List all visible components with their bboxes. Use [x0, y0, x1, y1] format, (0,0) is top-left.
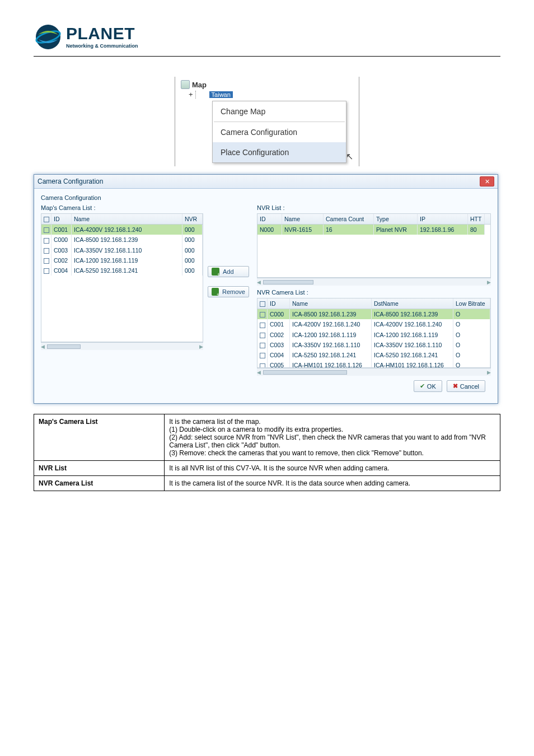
- nvr-scrollbar-x[interactable]: ◀▶: [257, 278, 491, 286]
- cell-id: C000: [268, 309, 290, 319]
- table-row[interactable]: N000NVR-161516Planet NVR192.168.1.9680: [257, 225, 490, 235]
- cell-dstname: ICA-3350V 192.168.1.110: [372, 340, 453, 350]
- table-row[interactable]: C001ICA-4200V 192.168.1.240ICA-4200V 192…: [257, 319, 490, 329]
- close-icon: ✖: [453, 382, 458, 390]
- col-dstname: DstName: [372, 298, 453, 309]
- cell-id: C001: [268, 319, 290, 329]
- dialog-title: Camera Configuration: [38, 178, 103, 185]
- cell-name: ICA-5250 192.168.1.241: [290, 350, 372, 360]
- row-checkbox[interactable]: [260, 323, 265, 328]
- cell-low-bitrate: O: [453, 350, 490, 360]
- map-icon: [181, 80, 190, 89]
- cell-dstname: ICA-HM101 192.168.1.126: [372, 360, 453, 368]
- cell-name: ICA-3350V 192.168.1.110: [72, 245, 182, 255]
- maps-scrollbar-x[interactable]: ◀▶: [41, 342, 203, 350]
- nvr-list[interactable]: ID Name Camera Count Type IP HTT N000NVR…: [257, 213, 491, 278]
- nvr-camera-list[interactable]: ID Name DstName Low Bitrate C000ICA-8500…: [257, 298, 491, 368]
- cell-id: C003: [268, 340, 290, 350]
- table-row[interactable]: C002ICA-1200 192.168.1.119000: [41, 255, 203, 265]
- nvrcam-scrollbar-x[interactable]: ◀▶: [257, 368, 491, 376]
- cell-nvr: 000: [182, 255, 203, 265]
- cell-nvr: 000: [182, 235, 203, 245]
- camera-config-dialog: Camera Configuration ✕ Camera Configurat…: [34, 174, 498, 404]
- table-row[interactable]: C001ICA-4200V 192.168.1.240000: [41, 225, 203, 235]
- header-divider: [34, 56, 500, 57]
- cell-low-bitrate: O: [453, 319, 490, 329]
- check-icon: ✔: [420, 382, 425, 390]
- description-table: Map's Camera ListIt is the camera list o…: [34, 414, 500, 491]
- cell-name: ICA-3350V 192.168.1.110: [290, 340, 372, 350]
- col-type: Type: [374, 214, 418, 224]
- table-row[interactable]: C003ICA-3350V 192.168.1.110ICA-3350V 192…: [257, 340, 490, 350]
- ctx-change-map[interactable]: Change Map: [213, 101, 346, 122]
- maps-camera-list-label: Map's Camera List :: [41, 204, 203, 211]
- ctx-camera-configuration[interactable]: Camera Configuration: [213, 122, 346, 142]
- col-camera-count: Camera Count: [324, 214, 374, 224]
- cell-low-bitrate: O: [453, 360, 490, 368]
- add-button[interactable]: Add: [208, 266, 249, 277]
- desc-value: It is the camera list of the source NVR.…: [165, 476, 500, 491]
- remove-button[interactable]: Remove: [208, 286, 249, 297]
- nvr-list-label: NVR List :: [257, 204, 491, 211]
- context-menu: Change Map Camera Configuration Place Co…: [212, 101, 346, 163]
- row-checkbox[interactable]: [260, 353, 265, 358]
- cell-low-bitrate: O: [453, 340, 490, 350]
- table-row[interactable]: C004ICA-5250 192.168.1.241ICA-5250 192.1…: [257, 350, 490, 360]
- cell-id: N000: [257, 225, 282, 235]
- ok-button[interactable]: ✔OK: [414, 380, 442, 392]
- cell-name: ICA-4200V 192.168.1.240: [290, 319, 372, 329]
- cell-id: C000: [51, 235, 72, 245]
- cell-name: ICA-5250 192.168.1.241: [72, 265, 182, 276]
- desc-label: NVR Camera List: [34, 476, 165, 491]
- cell-ip: 192.168.1.96: [418, 225, 468, 235]
- ctx-place-configuration[interactable]: Place Configuration: [213, 142, 346, 162]
- cell-nvr: 000: [182, 225, 203, 235]
- cell-id: C003: [51, 245, 72, 255]
- cancel-button[interactable]: ✖Cancel: [447, 380, 485, 392]
- dialog-close-button[interactable]: ✕: [480, 176, 494, 186]
- cell-dstname: ICA-5250 192.168.1.241: [372, 350, 453, 360]
- col-name: Name: [72, 214, 182, 224]
- row-checkbox[interactable]: [44, 248, 49, 254]
- cell-id: C002: [51, 255, 72, 265]
- cell-dstname: ICA-4200V 192.168.1.240: [372, 319, 453, 329]
- table-row[interactable]: C005ICA-HM101 192.168.1.126ICA-HM101 192…: [257, 360, 490, 368]
- row-checkbox[interactable]: [260, 343, 265, 348]
- cell-name: ICA-HM101 192.168.1.126: [290, 360, 372, 368]
- cell-http: 80: [468, 225, 485, 235]
- row-checkbox[interactable]: [44, 238, 49, 244]
- tree-selected-node[interactable]: Taiwan: [209, 91, 233, 98]
- dialog-inner-label: Camera Configuration: [41, 194, 491, 201]
- cell-id: C001: [51, 225, 72, 235]
- cell-dstname: ICA-1200 192.168.1.119: [372, 330, 453, 340]
- row-checkbox[interactable]: [260, 333, 265, 338]
- cell-nvr: 000: [182, 265, 203, 276]
- table-row[interactable]: C002ICA-1200 192.168.1.119ICA-1200 192.1…: [257, 330, 490, 340]
- cell-name: NVR-1615: [282, 225, 324, 235]
- row-checkbox[interactable]: [260, 312, 265, 318]
- cell-nvr: 000: [182, 245, 203, 255]
- cell-id: C004: [51, 265, 72, 276]
- expand-icon[interactable]: +: [189, 90, 193, 99]
- row-checkbox[interactable]: [44, 268, 49, 274]
- cursor-icon: ↖: [346, 151, 353, 162]
- nvr-camera-list-label: NVR Camera List :: [257, 289, 491, 296]
- select-all-checkbox[interactable]: [260, 301, 265, 307]
- cell-name: ICA-1200 192.168.1.119: [72, 255, 182, 265]
- table-row[interactable]: C000ICA-8500 192.168.1.239ICA-8500 192.1…: [257, 309, 490, 319]
- maps-camera-list[interactable]: ID Name NVR C001ICA-4200V 192.168.1.2400…: [41, 213, 203, 342]
- select-all-checkbox[interactable]: [44, 217, 49, 222]
- cell-name: ICA-1200 192.168.1.119: [290, 330, 372, 340]
- cell-camera-count: 16: [324, 225, 374, 235]
- col-http: HTT: [468, 214, 485, 224]
- row-checkbox[interactable]: [44, 227, 49, 233]
- brand-header: PLANET Networking & Communication: [34, 22, 500, 52]
- cell-type: Planet NVR: [374, 225, 418, 235]
- table-row[interactable]: C004ICA-5250 192.168.1.241000: [41, 265, 203, 276]
- col-name: Name: [290, 298, 372, 309]
- row-checkbox[interactable]: [44, 258, 49, 264]
- table-row[interactable]: C003ICA-3350V 192.168.1.110000: [41, 245, 203, 255]
- table-row[interactable]: C000ICA-8500 192.168.1.239000: [41, 235, 203, 245]
- row-checkbox[interactable]: [260, 363, 265, 368]
- desc-label: NVR List: [34, 461, 165, 476]
